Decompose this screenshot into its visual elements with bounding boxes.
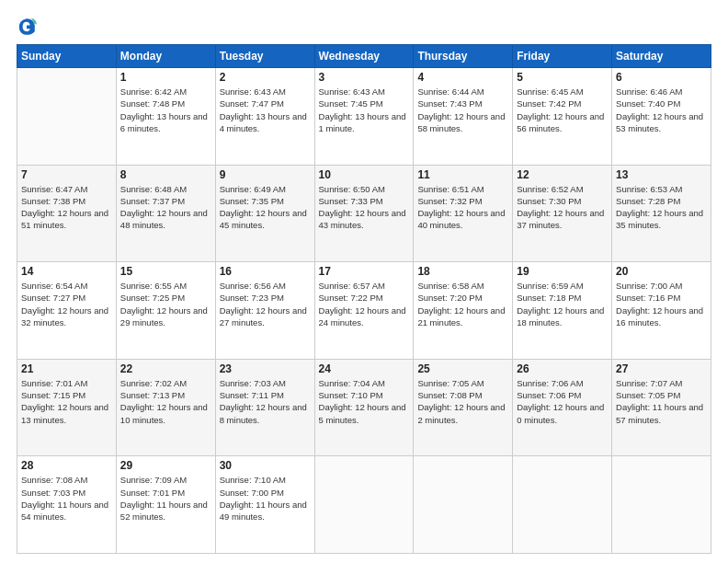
day-info: Sunrise: 7:08 AMSunset: 7:03 PMDaylight:… [21,474,112,523]
day-number: 3 [319,71,410,84]
day-info: Sunrise: 6:42 AMSunset: 7:48 PMDaylight:… [120,86,211,134]
day-info: Sunrise: 6:51 AMSunset: 7:32 PMDaylight:… [417,183,508,232]
calendar-cell: 1Sunrise: 6:42 AMSunset: 7:48 PMDaylight… [116,68,215,166]
calendar-cell: 19Sunrise: 6:59 AMSunset: 7:18 PMDayligh… [513,262,612,360]
calendar-cell: 24Sunrise: 7:04 AMSunset: 7:10 PMDayligh… [314,359,414,456]
day-number: 6 [616,71,707,84]
calendar-cell: 28Sunrise: 7:08 AMSunset: 7:03 PMDayligh… [17,456,117,554]
calendar-cell: 21Sunrise: 7:01 AMSunset: 7:15 PMDayligh… [17,359,117,456]
day-number: 8 [120,168,211,181]
calendar-week-row: 7Sunrise: 6:47 AMSunset: 7:38 PMDaylight… [17,165,711,262]
day-number: 5 [517,71,608,84]
day-info: Sunrise: 6:48 AMSunset: 7:37 PMDaylight:… [120,183,211,232]
day-info: Sunrise: 7:10 AMSunset: 7:00 PMDaylight:… [220,474,311,523]
day-info: Sunrise: 6:54 AMSunset: 7:27 PMDaylight:… [21,280,112,328]
day-info: Sunrise: 6:47 AMSunset: 7:38 PMDaylight:… [21,183,112,232]
calendar-cell: 17Sunrise: 6:57 AMSunset: 7:22 PMDayligh… [314,262,414,360]
day-info: Sunrise: 6:58 AMSunset: 7:20 PMDaylight:… [417,280,508,328]
day-info: Sunrise: 6:50 AMSunset: 7:33 PMDaylight:… [319,183,410,232]
calendar-week-row: 28Sunrise: 7:08 AMSunset: 7:03 PMDayligh… [17,456,711,554]
day-info: Sunrise: 6:53 AMSunset: 7:28 PMDaylight:… [616,183,707,232]
calendar-cell: 7Sunrise: 6:47 AMSunset: 7:38 PMDaylight… [17,165,117,262]
calendar-week-row: 1Sunrise: 6:42 AMSunset: 7:48 PMDaylight… [17,68,711,166]
day-info: Sunrise: 6:44 AMSunset: 7:43 PMDaylight:… [417,86,508,134]
calendar-cell: 3Sunrise: 6:43 AMSunset: 7:45 PMDaylight… [314,68,414,166]
weekday-header-monday: Monday [116,45,215,68]
day-number: 17 [319,265,410,278]
day-info: Sunrise: 6:57 AMSunset: 7:22 PMDaylight:… [319,280,410,328]
day-number: 30 [220,459,311,472]
calendar-cell: 27Sunrise: 7:07 AMSunset: 7:05 PMDayligh… [612,359,711,456]
calendar-cell: 22Sunrise: 7:02 AMSunset: 7:13 PMDayligh… [116,359,215,456]
day-info: Sunrise: 7:07 AMSunset: 7:05 PMDaylight:… [616,377,707,426]
day-info: Sunrise: 7:03 AMSunset: 7:11 PMDaylight:… [220,377,311,426]
day-number: 28 [21,459,112,472]
day-number: 27 [616,362,707,375]
weekday-header-sunday: Sunday [17,45,117,68]
weekday-header-wednesday: Wednesday [314,45,414,68]
day-info: Sunrise: 7:09 AMSunset: 7:01 PMDaylight:… [120,474,211,523]
calendar-cell: 10Sunrise: 6:50 AMSunset: 7:33 PMDayligh… [314,165,414,262]
calendar-cell [612,456,711,554]
day-number: 23 [220,362,311,375]
calendar-cell: 8Sunrise: 6:48 AMSunset: 7:37 PMDaylight… [116,165,215,262]
calendar-cell [314,456,414,554]
calendar-cell: 26Sunrise: 7:06 AMSunset: 7:06 PMDayligh… [513,359,612,456]
day-number: 14 [21,265,112,278]
day-number: 15 [120,265,211,278]
day-info: Sunrise: 7:00 AMSunset: 7:16 PMDaylight:… [616,280,707,328]
calendar-cell: 30Sunrise: 7:10 AMSunset: 7:00 PMDayligh… [215,456,314,554]
day-number: 11 [417,168,508,181]
calendar-cell: 11Sunrise: 6:51 AMSunset: 7:32 PMDayligh… [414,165,513,262]
day-info: Sunrise: 7:04 AMSunset: 7:10 PMDaylight:… [319,377,410,426]
day-info: Sunrise: 7:02 AMSunset: 7:13 PMDaylight:… [120,377,211,426]
day-number: 18 [417,265,508,278]
calendar-cell: 25Sunrise: 7:05 AMSunset: 7:08 PMDayligh… [414,359,513,456]
logo [17,17,40,37]
day-info: Sunrise: 6:43 AMSunset: 7:45 PMDaylight:… [319,86,410,134]
day-info: Sunrise: 7:05 AMSunset: 7:08 PMDaylight:… [417,377,508,426]
day-number: 25 [417,362,508,375]
calendar-table: SundayMondayTuesdayWednesdayThursdayFrid… [17,44,711,554]
day-number: 22 [120,362,211,375]
day-number: 7 [21,168,112,181]
weekday-header-friday: Friday [513,45,612,68]
calendar-cell: 18Sunrise: 6:58 AMSunset: 7:20 PMDayligh… [414,262,513,360]
day-info: Sunrise: 7:01 AMSunset: 7:15 PMDaylight:… [21,377,112,426]
calendar-cell [414,456,513,554]
day-number: 1 [120,71,211,84]
day-number: 4 [417,71,508,84]
calendar-week-row: 14Sunrise: 6:54 AMSunset: 7:27 PMDayligh… [17,262,711,360]
day-number: 12 [517,168,608,181]
weekday-header-tuesday: Tuesday [215,45,314,68]
day-number: 9 [220,168,311,181]
calendar-cell: 12Sunrise: 6:52 AMSunset: 7:30 PMDayligh… [513,165,612,262]
header [17,17,711,37]
calendar-cell: 4Sunrise: 6:44 AMSunset: 7:43 PMDaylight… [414,68,513,166]
day-info: Sunrise: 6:46 AMSunset: 7:40 PMDaylight:… [616,86,707,134]
weekday-header-saturday: Saturday [612,45,711,68]
weekday-header-thursday: Thursday [414,45,513,68]
calendar-cell: 2Sunrise: 6:43 AMSunset: 7:47 PMDaylight… [215,68,314,166]
calendar-cell: 29Sunrise: 7:09 AMSunset: 7:01 PMDayligh… [116,456,215,554]
day-number: 19 [517,265,608,278]
day-info: Sunrise: 6:55 AMSunset: 7:25 PMDaylight:… [120,280,211,328]
day-number: 21 [21,362,112,375]
day-info: Sunrise: 7:06 AMSunset: 7:06 PMDaylight:… [517,377,608,426]
calendar-week-row: 21Sunrise: 7:01 AMSunset: 7:15 PMDayligh… [17,359,711,456]
calendar-cell: 9Sunrise: 6:49 AMSunset: 7:35 PMDaylight… [215,165,314,262]
day-info: Sunrise: 6:45 AMSunset: 7:42 PMDaylight:… [517,86,608,134]
day-number: 2 [220,71,311,84]
day-number: 10 [319,168,410,181]
day-info: Sunrise: 6:43 AMSunset: 7:47 PMDaylight:… [220,86,311,134]
logo-icon [17,17,37,37]
calendar-cell: 5Sunrise: 6:45 AMSunset: 7:42 PMDaylight… [513,68,612,166]
calendar-cell: 23Sunrise: 7:03 AMSunset: 7:11 PMDayligh… [215,359,314,456]
day-number: 16 [220,265,311,278]
calendar-cell: 14Sunrise: 6:54 AMSunset: 7:27 PMDayligh… [17,262,117,360]
page: SundayMondayTuesdayWednesdayThursdayFrid… [0,0,728,563]
day-info: Sunrise: 6:49 AMSunset: 7:35 PMDaylight:… [220,183,311,232]
calendar-cell [513,456,612,554]
day-info: Sunrise: 6:59 AMSunset: 7:18 PMDaylight:… [517,280,608,328]
calendar-cell: 6Sunrise: 6:46 AMSunset: 7:40 PMDaylight… [612,68,711,166]
